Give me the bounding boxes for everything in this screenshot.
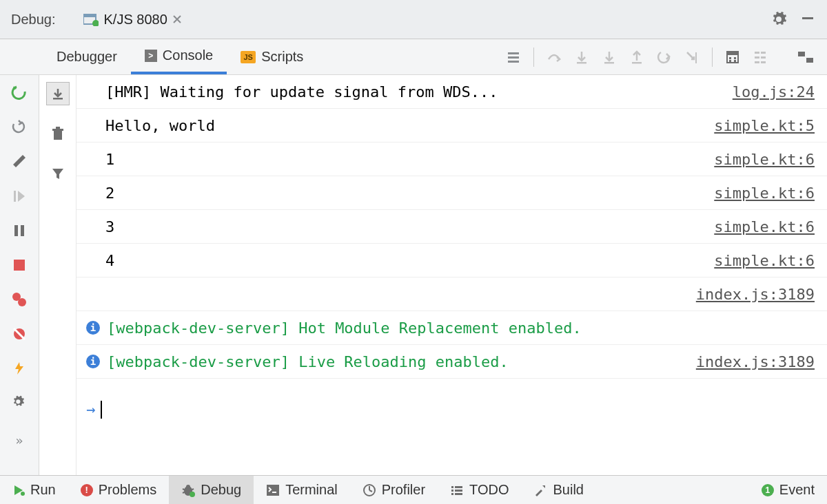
resume-button[interactable] — [11, 119, 28, 136]
toolwin-run[interactable]: Run — [0, 476, 68, 504]
async-stack-button[interactable] — [11, 360, 28, 377]
layout-icon[interactable] — [797, 50, 815, 65]
text-caret — [101, 401, 102, 419]
svg-point-30 — [18, 298, 26, 306]
run-to-cursor-icon[interactable] — [684, 50, 700, 65]
mute-breakpoints-button[interactable] — [11, 326, 28, 342]
session-tab[interactable]: K/JS 8080 — [83, 12, 181, 28]
svg-rect-41 — [272, 492, 276, 493]
source-link[interactable]: index.js:3189 — [696, 353, 815, 370]
svg-rect-23 — [798, 52, 805, 56]
tab-debugger-label: Debugger — [57, 49, 117, 65]
step-out-icon[interactable] — [629, 50, 644, 65]
svg-rect-44 — [455, 486, 462, 488]
svg-rect-45 — [451, 490, 453, 492]
svg-rect-28 — [14, 260, 25, 271]
drop-frame-icon[interactable] — [657, 50, 672, 65]
debug-header: Debug: K/JS 8080 — [0, 0, 827, 39]
tab-scripts[interactable]: JS Scripts — [227, 39, 317, 74]
scroll-to-end-button[interactable] — [46, 82, 70, 105]
toolwin-debug[interactable]: Debug — [169, 476, 254, 504]
console-row: 4 simple.kt:6 — [76, 244, 827, 277]
debug-tabs: Debugger > Console JS Scripts — [0, 39, 827, 75]
console-row: 3 simple.kt:6 — [76, 210, 827, 244]
force-step-into-icon[interactable] — [602, 50, 617, 65]
show-execution-point-icon[interactable] — [506, 50, 521, 65]
toolwin-todo-label: TODO — [469, 482, 509, 498]
close-icon[interactable] — [173, 15, 181, 23]
console-msg: 1 — [105, 151, 714, 168]
session-tab-label: K/JS 8080 — [104, 12, 167, 28]
svg-rect-43 — [451, 486, 453, 488]
svg-rect-7 — [577, 62, 586, 64]
filter-button[interactable] — [46, 162, 70, 185]
toolwin-terminal[interactable]: Terminal — [254, 476, 350, 504]
gear-icon[interactable] — [770, 11, 787, 28]
stop-button[interactable] — [11, 257, 28, 273]
trace-icon[interactable] — [753, 50, 768, 65]
resume-program-button[interactable] — [11, 188, 28, 204]
view-breakpoints-button[interactable] — [11, 291, 28, 308]
console-icon: > — [145, 50, 157, 62]
console-msg: Hello, world — [105, 117, 714, 134]
svg-rect-14 — [734, 57, 736, 59]
source-link[interactable]: simple.kt:5 — [714, 117, 815, 134]
window-icon — [83, 12, 99, 26]
source-link[interactable]: log.js:24 — [733, 83, 815, 101]
profiler-icon — [363, 483, 376, 497]
toolwin-build[interactable]: Build — [521, 476, 595, 504]
svg-rect-40 — [267, 485, 279, 496]
source-link[interactable]: index.js:3189 — [696, 286, 815, 303]
svg-rect-3 — [802, 17, 813, 19]
console-row: [HMR] Waiting for update signal from WDS… — [76, 75, 827, 109]
svg-rect-32 — [53, 98, 63, 100]
info-icon: i — [86, 355, 100, 368]
terminal-icon — [266, 484, 280, 496]
source-link[interactable]: simple.kt:6 — [714, 151, 815, 168]
svg-rect-6 — [508, 61, 519, 63]
settings-button[interactable] — [11, 395, 28, 411]
evaluate-icon[interactable] — [725, 50, 740, 65]
event-count-badge: 1 — [762, 484, 774, 496]
tab-console[interactable]: > Console — [131, 39, 227, 74]
rerun-button[interactable] — [11, 85, 28, 101]
toolwin-event[interactable]: 1 Event — [749, 476, 827, 504]
toolwin-problems[interactable]: ! Problems — [68, 476, 169, 504]
clear-all-button[interactable] — [46, 122, 70, 145]
step-into-icon[interactable] — [574, 50, 589, 65]
source-link[interactable]: simple.kt:6 — [714, 185, 815, 202]
toolwin-problems-label: Problems — [99, 482, 156, 498]
console-prompt[interactable]: → — [76, 392, 827, 426]
console-msg: [HMR] Waiting for update signal from WDS… — [105, 83, 733, 101]
step-over-icon[interactable] — [547, 50, 562, 65]
svg-point-36 — [21, 492, 25, 496]
prompt-arrow-icon: → — [86, 401, 95, 418]
console-msg: [webpack-dev-server] Live Reloading enab… — [107, 353, 696, 370]
source-link[interactable]: simple.kt:6 — [714, 218, 815, 235]
console-row: 2 simple.kt:6 — [76, 176, 827, 210]
svg-rect-13 — [729, 57, 731, 59]
console-msg: 2 — [105, 185, 714, 202]
svg-rect-26 — [14, 225, 18, 236]
toolwin-debug-label: Debug — [201, 482, 241, 498]
source-link[interactable]: simple.kt:6 — [714, 252, 815, 269]
minimize-icon[interactable] — [801, 11, 815, 25]
tab-debugger[interactable]: Debugger — [43, 39, 131, 74]
modify-run-config-button[interactable] — [11, 154, 28, 170]
svg-point-38 — [186, 485, 190, 489]
svg-point-2 — [92, 20, 99, 26]
todo-icon — [450, 484, 464, 496]
console-row: 1 simple.kt:6 — [76, 143, 827, 176]
toolwin-todo[interactable]: TODO — [438, 476, 521, 504]
more-button[interactable]: » — [11, 432, 28, 448]
pause-button[interactable] — [11, 222, 28, 239]
toolwin-profiler[interactable]: Profiler — [350, 476, 438, 504]
debug-side-toolbar: » — [0, 75, 39, 475]
svg-rect-1 — [83, 14, 96, 17]
toolwin-profiler-label: Profiler — [382, 482, 425, 498]
console-row: index.js:3189 — [76, 277, 827, 311]
svg-rect-8 — [604, 62, 614, 64]
svg-rect-9 — [632, 62, 642, 64]
js-icon: JS — [241, 51, 256, 63]
svg-rect-20 — [761, 56, 766, 59]
